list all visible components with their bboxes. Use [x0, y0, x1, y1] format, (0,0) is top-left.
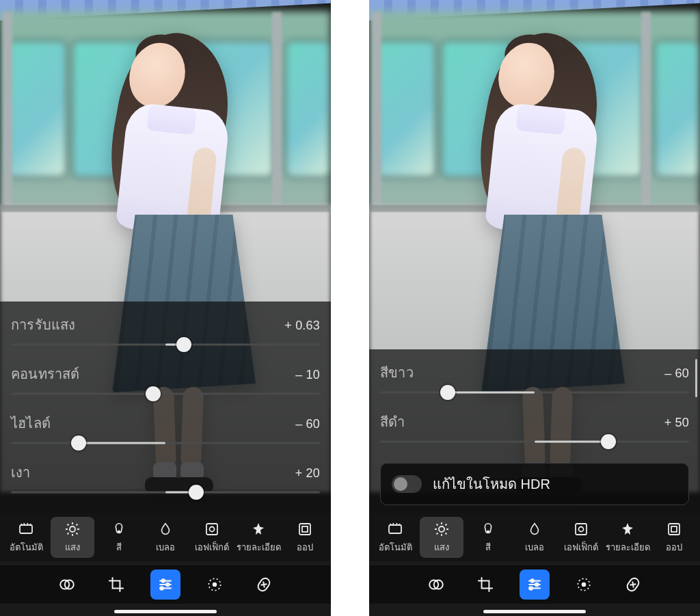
svg-point-11	[160, 587, 163, 589]
slider-track[interactable]	[11, 385, 320, 403]
photo-bg-pillar	[3, 12, 12, 204]
svg-point-10	[166, 583, 169, 586]
panel-scrollbar[interactable]	[695, 359, 697, 504]
home-indicator[interactable]	[114, 610, 217, 613]
tab-detail[interactable]: รายละเอียด	[606, 517, 649, 558]
svg-point-4	[210, 526, 215, 531]
hdr-toggle[interactable]	[392, 475, 422, 493]
effects-icon	[204, 521, 220, 537]
slider-exposure: การรับแสง + 0.63	[11, 308, 320, 358]
effects-icon	[573, 521, 589, 537]
tab-light[interactable]: แสง	[51, 517, 94, 558]
healing-tool[interactable]	[618, 570, 648, 600]
slider-label: การรับแสง	[11, 314, 76, 336]
tab-auto[interactable]: อัตโนมัติ	[4, 517, 48, 558]
tab-blur[interactable]: เบลอ	[513, 517, 556, 558]
presets-tool[interactable]	[421, 570, 451, 600]
edit-tabs: อัตโนมัติ แสง สี เบลอ เอฟเฟ็กต์ รายละเอี…	[0, 513, 331, 561]
svg-point-24	[531, 579, 534, 582]
svg-rect-21	[671, 526, 677, 532]
tab-optics[interactable]: ออป	[283, 517, 327, 558]
sliders-icon	[157, 576, 174, 593]
edit-sliders-tool[interactable]	[150, 570, 180, 600]
photo-bg-board	[287, 42, 328, 176]
slider-value: – 10	[279, 368, 320, 382]
edit-sliders-tool[interactable]	[520, 570, 550, 600]
blur-icon	[526, 521, 543, 537]
photo-bg-board	[376, 42, 434, 176]
svg-rect-6	[302, 526, 308, 532]
svg-point-9	[162, 579, 165, 582]
svg-point-2	[118, 531, 120, 533]
healing-tool[interactable]	[249, 570, 279, 600]
svg-point-28	[582, 582, 587, 587]
tab-blur[interactable]: เบลอ	[144, 517, 187, 558]
tab-effects[interactable]: เอฟเฟ็กต์	[190, 517, 234, 558]
svg-point-26	[529, 587, 532, 589]
svg-rect-5	[299, 524, 310, 535]
slider-value: + 20	[279, 466, 320, 481]
tab-detail[interactable]: รายละเอียด	[237, 517, 280, 558]
slider-whites: สีขาว – 60	[380, 356, 689, 405]
tab-color[interactable]: สี	[97, 517, 141, 558]
blur-icon	[157, 521, 174, 537]
slider-track[interactable]	[11, 483, 320, 501]
slider-track[interactable]	[11, 434, 320, 452]
phone-right: สีขาว – 60 สีดำ + 50 แก้ไขในโหมด HDR	[369, 0, 700, 616]
crop-tool[interactable]	[470, 570, 500, 600]
color-icon	[480, 521, 496, 537]
photo-bg-board	[7, 42, 65, 176]
svg-rect-3	[206, 524, 217, 535]
slider-track[interactable]	[11, 336, 320, 353]
slider-value: + 0.63	[279, 319, 320, 333]
detail-icon	[619, 521, 636, 537]
slider-value: – 60	[279, 417, 320, 431]
detail-icon	[250, 521, 267, 537]
tab-effects[interactable]: เอฟเฟ็กต์	[559, 517, 603, 558]
adjustments-panel: การรับแสง + 0.63 คอนทราสต์ – 10 ไฮไลต์	[0, 302, 331, 513]
slider-track[interactable]	[380, 433, 689, 451]
page: การรับแสง + 0.63 คอนทราสต์ – 10 ไฮไลต์	[0, 0, 700, 616]
tab-light[interactable]: แสง	[420, 517, 463, 558]
tab-color[interactable]: สี	[466, 517, 510, 558]
svg-rect-15	[389, 525, 401, 533]
adjustments-panel: สีขาว – 60 สีดำ + 50 แก้ไขในโหมด HDR	[369, 349, 700, 513]
photo-bg-board	[656, 42, 697, 176]
slider-track[interactable]	[380, 384, 689, 401]
optics-icon	[666, 521, 682, 537]
tab-label: สี	[485, 540, 491, 554]
masking-tool[interactable]	[569, 570, 599, 600]
tab-label: แสง	[65, 540, 80, 554]
bottom-toolbar	[0, 565, 331, 604]
tab-label: ออป	[666, 540, 682, 554]
heal-icon	[255, 576, 273, 593]
color-icon	[111, 521, 127, 537]
slider-label: เงา	[11, 461, 31, 483]
slider-shadows: เงา + 20	[11, 456, 320, 505]
tab-label: อัตโนมัติ	[10, 540, 43, 554]
mask-icon	[575, 576, 593, 593]
presets-tool[interactable]	[52, 570, 82, 600]
hdr-mode-row: แก้ไขในโหมด HDR	[380, 463, 689, 505]
presets-icon	[58, 576, 76, 593]
slider-blacks: สีดำ + 50	[380, 405, 689, 455]
tab-label: รายละเอียด	[237, 540, 281, 554]
bottom-toolbar	[369, 565, 700, 604]
home-indicator[interactable]	[483, 610, 586, 613]
slider-label: คอนทราสต์	[11, 363, 80, 385]
slider-label: สีดำ	[380, 411, 405, 433]
slider-contrast: คอนทราสต์ – 10	[11, 358, 320, 407]
svg-point-16	[439, 526, 444, 532]
tab-label: ออป	[297, 540, 313, 554]
tab-label: เบลอ	[156, 540, 175, 554]
svg-point-19	[579, 526, 584, 531]
phone-left: การรับแสง + 0.63 คอนทราสต์ – 10 ไฮไลต์	[0, 0, 331, 616]
auto-icon	[387, 521, 403, 537]
crop-tool[interactable]	[101, 570, 131, 600]
tab-auto[interactable]: อัตโนมัติ	[373, 517, 417, 558]
masking-tool[interactable]	[200, 570, 230, 600]
edit-tabs: อัตโนมัติ แสง สี เบลอ เอฟเฟ็กต์ รายละเอี…	[369, 513, 700, 561]
optics-icon	[297, 521, 313, 537]
svg-point-25	[535, 583, 538, 586]
tab-optics[interactable]: ออป	[652, 517, 696, 558]
